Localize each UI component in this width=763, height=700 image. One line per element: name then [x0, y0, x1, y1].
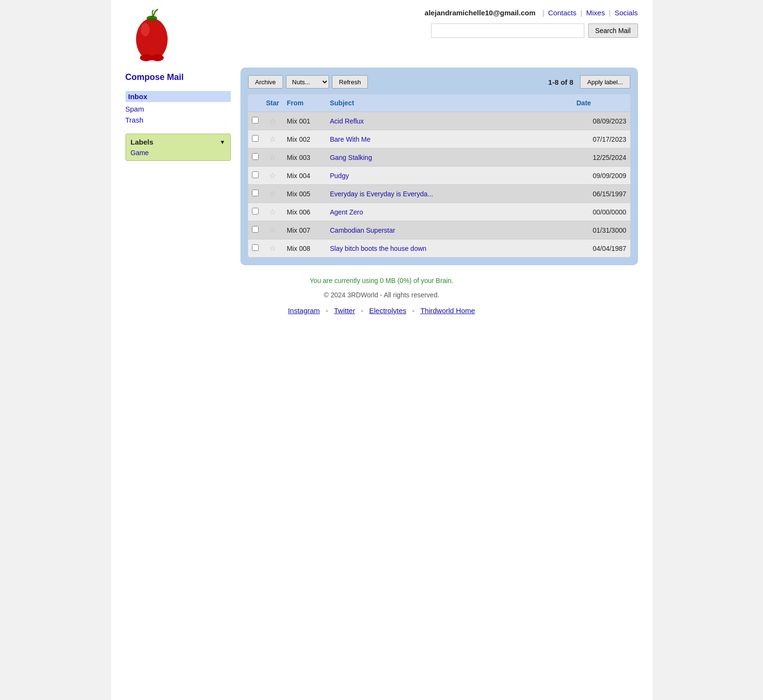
nav-contacts[interactable]: Contacts [548, 9, 576, 17]
table-row[interactable]: ☆ Mix 007 Cambodian Superstar 01/31/3000 [248, 221, 630, 239]
mail-panel: Archive Nuts... Refresh 1-8 of 8 Apply l… [240, 68, 638, 265]
row-star-cell[interactable]: ☆ [262, 148, 283, 167]
label-game-link[interactable]: Game [131, 149, 149, 157]
row-from: Mix 004 [283, 167, 326, 185]
table-row[interactable]: ☆ Mix 004 Pudgy 09/09/2009 [248, 167, 630, 185]
row-star-cell[interactable]: ☆ [262, 203, 283, 221]
row-subject[interactable]: Everyday is Everyday is Everyda... [326, 185, 573, 203]
search-mail-button[interactable]: Search Mail [588, 23, 638, 38]
search-bar: Search Mail [431, 23, 638, 38]
row-star-cell[interactable]: ☆ [262, 112, 283, 130]
row-date: 01/31/3000 [573, 221, 630, 239]
header-right: alejandramichelle10@gmail.com | Contacts… [425, 9, 638, 38]
star-icon[interactable]: ☆ [269, 135, 276, 143]
star-icon[interactable]: ☆ [269, 117, 276, 125]
table-row[interactable]: ☆ Mix 008 Slay bitch boots the house dow… [248, 239, 630, 258]
row-from: Mix 002 [283, 130, 326, 148]
table-row[interactable]: ☆ Mix 003 Gang Stalking 12/25/2024 [248, 148, 630, 167]
footer-link-twitter[interactable]: Twitter [334, 306, 355, 315]
table-row[interactable]: ☆ Mix 006 Agent Zero 00/00/0000 [248, 203, 630, 221]
trash-link[interactable]: Trash [125, 116, 144, 124]
row-checkbox[interactable] [252, 171, 259, 178]
logo-area [125, 9, 202, 63]
row-checkbox[interactable] [252, 190, 259, 196]
row-from: Mix 007 [283, 221, 326, 239]
footer-link-electrolytes[interactable]: Electrolytes [369, 306, 407, 315]
search-input[interactable] [431, 23, 584, 38]
star-icon[interactable]: ☆ [269, 190, 276, 198]
table-row[interactable]: ☆ Mix 005 Everyday is Everyday is Everyd… [248, 185, 630, 203]
mail-toolbar: Archive Nuts... Refresh 1-8 of 8 Apply l… [248, 75, 630, 89]
header: alejandramichelle10@gmail.com | Contacts… [111, 0, 652, 68]
row-checkbox-cell[interactable] [248, 221, 262, 239]
sidebar-item-spam[interactable]: Spam [125, 105, 231, 113]
star-icon[interactable]: ☆ [269, 153, 276, 161]
footer-links: Instagram - Twitter - Electrolytes - Thi… [111, 306, 652, 315]
svg-point-0 [136, 18, 168, 60]
col-header-from: From [283, 94, 326, 112]
apply-label-button[interactable]: Apply label... [580, 75, 630, 89]
row-checkbox[interactable] [252, 117, 259, 124]
nav-mixes[interactable]: Mixes [586, 9, 605, 17]
nuts-dropdown[interactable]: Nuts... [286, 75, 329, 89]
col-header-star: Star [262, 94, 283, 112]
mail-table: Star From Subject Date ☆ Mix 001 Acid Re… [248, 94, 630, 258]
page-info: 1-8 of 8 [548, 78, 574, 86]
footer-link-instagram[interactable]: Instagram [288, 306, 320, 315]
star-icon[interactable]: ☆ [269, 171, 276, 180]
star-icon[interactable]: ☆ [269, 244, 276, 252]
row-date: 04/04/1987 [573, 239, 630, 258]
row-checkbox-cell[interactable] [248, 203, 262, 221]
row-checkbox[interactable] [252, 208, 259, 215]
row-subject[interactable]: Agent Zero [326, 203, 573, 221]
table-header-row: Star From Subject Date [248, 94, 630, 112]
nav-socials[interactable]: Socials [615, 9, 638, 17]
user-nav: alejandramichelle10@gmail.com | Contacts… [425, 9, 638, 17]
row-date: 06/15/1997 [573, 185, 630, 203]
sidebar-item-inbox[interactable]: Inbox [125, 91, 231, 102]
row-from: Mix 006 [283, 203, 326, 221]
inbox-link[interactable]: Inbox [128, 92, 148, 101]
sidebar-item-trash[interactable]: Trash [125, 116, 231, 124]
svg-point-3 [151, 54, 164, 61]
compose-mail-link[interactable]: Compose Mail [125, 72, 231, 82]
row-checkbox-cell[interactable] [248, 239, 262, 258]
row-from: Mix 001 [283, 112, 326, 130]
row-date: 09/09/2009 [573, 167, 630, 185]
row-checkbox-cell[interactable] [248, 185, 262, 203]
col-header-date: Date [573, 94, 630, 112]
row-checkbox[interactable] [252, 153, 259, 160]
row-checkbox-cell[interactable] [248, 167, 262, 185]
spam-link[interactable]: Spam [125, 105, 144, 113]
main-layout: Compose Mail Inbox Spam Trash Labels ▼ [111, 68, 652, 265]
label-item-game[interactable]: Game [131, 149, 226, 157]
row-star-cell[interactable]: ☆ [262, 167, 283, 185]
row-subject[interactable]: Cambodian Superstar [326, 221, 573, 239]
labels-header[interactable]: Labels ▼ [131, 138, 226, 146]
row-subject[interactable]: Pudgy [326, 167, 573, 185]
svg-point-2 [140, 54, 152, 61]
row-checkbox[interactable] [252, 135, 259, 142]
row-checkbox[interactable] [252, 226, 259, 233]
row-checkbox-cell[interactable] [248, 130, 262, 148]
footer-link-thirdworld[interactable]: Thirdworld Home [421, 306, 475, 315]
row-star-cell[interactable]: ☆ [262, 185, 283, 203]
row-star-cell[interactable]: ☆ [262, 130, 283, 148]
refresh-button[interactable]: Refresh [332, 75, 368, 89]
row-subject[interactable]: Acid Reflux [326, 112, 573, 130]
row-subject[interactable]: Slay bitch boots the house down [326, 239, 573, 258]
row-star-cell[interactable]: ☆ [262, 239, 283, 258]
svg-point-1 [141, 23, 149, 36]
row-checkbox-cell[interactable] [248, 112, 262, 130]
row-checkbox[interactable] [252, 244, 259, 251]
star-icon[interactable]: ☆ [269, 226, 276, 234]
row-subject[interactable]: Bare With Me [326, 130, 573, 148]
table-row[interactable]: ☆ Mix 001 Acid Reflux 08/09/2023 [248, 112, 630, 130]
star-icon[interactable]: ☆ [269, 208, 276, 216]
archive-button[interactable]: Archive [248, 75, 283, 89]
row-date: 00/00/0000 [573, 203, 630, 221]
table-row[interactable]: ☆ Mix 002 Bare With Me 07/17/2023 [248, 130, 630, 148]
row-subject[interactable]: Gang Stalking [326, 148, 573, 167]
row-star-cell[interactable]: ☆ [262, 221, 283, 239]
row-checkbox-cell[interactable] [248, 148, 262, 167]
